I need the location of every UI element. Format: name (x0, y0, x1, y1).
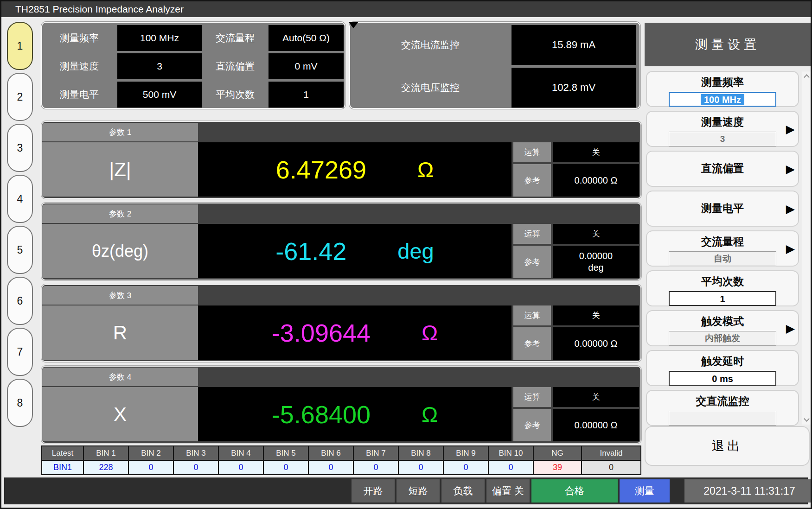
status-bar: 开路 短路 负载 偏置 关 合格 测量 2021-3-11 11:31:17 (4, 477, 808, 504)
bin-header-cell: BIN 8 (399, 446, 443, 460)
range-value-box: 自动 (669, 251, 776, 266)
sidebar-button-label: 测量频率 (647, 75, 798, 89)
parameter-name[interactable]: |Z| (42, 142, 198, 197)
sidebar-button-acdc-monitor[interactable]: 交直流监控 (646, 390, 799, 426)
setting-value: 3 (117, 53, 202, 79)
bin-value-cell: BIN1 (42, 461, 83, 474)
side-tab-1[interactable]: 1 (7, 22, 33, 70)
side-tab-8[interactable]: 8 (7, 379, 33, 427)
sidebar-button-label: 触发延时 (647, 354, 798, 369)
sidebar-button-label: 直流偏置 (647, 152, 798, 185)
parameter-unit: Ω (422, 320, 438, 345)
speed-value-box: 3 (669, 132, 776, 146)
sidebar-button-label: 测量电平 (647, 191, 798, 225)
window-title: TH2851 Precision Impedance Analyzer (1, 1, 811, 17)
calc-label: 运算 (513, 387, 551, 407)
bin-value-cell: 0 (399, 461, 443, 474)
settings-summary-panel: 测量频率 100 MHz 交流量程 Auto(50 Ω) 测量速度 3 直流偏置… (41, 22, 345, 109)
average-input[interactable]: 1 (669, 291, 776, 306)
arrow-right-icon: ▶ (786, 202, 795, 216)
bin-header-cell: NG (534, 446, 581, 460)
ref-value: 0.00000 Ω (553, 409, 639, 441)
bin-header-cell: BIN 2 (129, 446, 173, 460)
side-tab-4[interactable]: 4 (7, 175, 33, 223)
parameter-name[interactable]: R (42, 305, 198, 360)
bin-value-cell: 0 (309, 461, 353, 474)
parameter-tab-label: 参数 3 (42, 286, 198, 305)
exit-button[interactable]: 退出 (645, 426, 810, 466)
calc-label: 运算 (513, 142, 551, 162)
marker-triangle-icon (348, 22, 358, 28)
setting-label: 平均次数 (203, 82, 268, 108)
parameter-name[interactable]: θz(deg) (42, 224, 198, 278)
ref-value: 0.00000 deg (553, 246, 639, 278)
frequency-input[interactable]: 100 MHz (669, 92, 776, 107)
parameter-reading: -61.42 deg (198, 224, 511, 278)
calc-value: 关 (553, 305, 639, 325)
calc-label: 运算 (513, 224, 551, 244)
bin-value-cell: 228 (84, 461, 128, 474)
bin-ng-cell: 39 (534, 461, 581, 474)
parameter-reading: -5.68400 Ω (198, 387, 511, 441)
sidebar-button-dc-bias[interactable]: 直流偏置 ▶ (646, 151, 799, 187)
side-tab-7[interactable]: 7 (7, 328, 33, 376)
sidebar-button-meas-speed[interactable]: 测量速度 3 ▶ (646, 111, 799, 147)
acdc-monitor-value-box (669, 411, 776, 426)
setting-label: 测量频率 (42, 25, 116, 51)
bin-header-cell: BIN 7 (354, 446, 398, 460)
sidebar-button-meas-frequency[interactable]: 测量频率 100 MHz (646, 71, 799, 107)
side-tab-6[interactable]: 6 (7, 277, 33, 325)
setting-label: 直流偏置 (203, 53, 268, 79)
setting-value: 0 mV (269, 53, 344, 79)
calc-label: 运算 (513, 305, 551, 325)
scroll-down-icon[interactable] (804, 416, 810, 422)
arrow-right-icon: ▶ (786, 122, 795, 136)
bin-header-cell: BIN 6 (309, 446, 353, 460)
clock: 2021-3-11 11:31:17 (684, 479, 812, 503)
side-tab-5[interactable]: 5 (7, 226, 33, 274)
calc-value: 关 (553, 142, 639, 162)
bin-value-cell: 0 (489, 461, 533, 474)
scroll-up-icon[interactable] (804, 74, 810, 80)
parameter-name[interactable]: X (42, 387, 198, 441)
short-circuit-status: 短路 (396, 479, 440, 503)
bias-status: 偏置 关 (486, 479, 530, 503)
calc-value: 关 (553, 224, 639, 244)
side-tab-3[interactable]: 3 (7, 124, 33, 172)
sidebar-button-label: 交直流监控 (647, 394, 798, 408)
side-tab-2[interactable]: 2 (7, 73, 33, 121)
bin-header-cell: Invalid (582, 446, 640, 460)
monitor-label: 交流电压监控 (350, 68, 511, 108)
sort-result-status: 合格 (531, 479, 618, 503)
setting-label: 交流量程 (203, 25, 268, 51)
sidebar-button-label: 测量速度 (647, 115, 798, 129)
ref-label: 参考 (513, 164, 551, 197)
sidebar-scrollbar[interactable] (802, 71, 811, 425)
parameter-panel-3: 参数 3 R -3.09644 Ω 运算 关 参考 0.00000 Ω (41, 284, 641, 362)
parameter-value: -3.09644 (272, 318, 371, 347)
ref-label: 参考 (513, 246, 551, 278)
sidebar-button-trigger-mode[interactable]: 触发模式 内部触发 ▶ (646, 310, 799, 346)
sidebar-button-label: 交流量程 (647, 235, 798, 249)
parameter-value: -5.68400 (272, 400, 371, 429)
bin-value-cell: 0 (129, 461, 173, 474)
sidebar-button-average[interactable]: 平均次数 1 (646, 270, 799, 306)
arrow-right-icon: ▶ (786, 162, 795, 176)
parameter-unit: Ω (422, 401, 438, 427)
setting-value: Auto(50 Ω) (269, 25, 344, 51)
sidebar-button-meas-level[interactable]: 测量电平 ▶ (646, 191, 799, 227)
sidebar-button-trigger-delay[interactable]: 触发延时 0 ms (646, 350, 799, 386)
setting-value: 100 MHz (117, 25, 202, 51)
parameter-unit: Ω (417, 157, 434, 182)
sidebar-button-ac-range[interactable]: 交流量程 自动 ▶ (646, 230, 799, 267)
measure-state-status: 测量 (620, 479, 670, 503)
setting-value: 1 (269, 82, 344, 108)
bin-header-cell: BIN 9 (444, 446, 488, 460)
parameter-reading: -3.09644 Ω (198, 305, 511, 360)
trigger-delay-input[interactable]: 0 ms (669, 371, 776, 386)
arrow-right-icon: ▶ (786, 242, 795, 255)
bin-value-cell: 0 (264, 461, 308, 474)
setting-label: 测量电平 (42, 82, 116, 108)
instrument-screen: TH2851 Precision Impedance Analyzer 1 2 … (0, 0, 812, 509)
bin-header-cell: Latest (42, 446, 83, 460)
